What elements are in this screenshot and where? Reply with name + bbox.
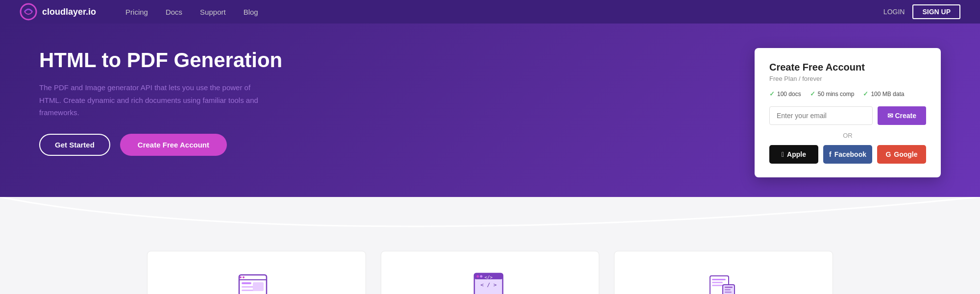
feature-card-rendering: High Fidelity Rendering Headless Chrome … <box>147 251 366 294</box>
create-button[interactable]: ✉ Create <box>878 106 926 125</box>
check-icon-1: ✓ <box>769 90 775 98</box>
google-label: Google <box>894 150 917 158</box>
features-grid: High Fidelity Rendering Headless Chrome … <box>147 251 833 294</box>
svg-rect-3 <box>242 282 251 284</box>
svg-point-0 <box>21 4 36 20</box>
svg-rect-6 <box>253 282 264 291</box>
header-actions: LOGIN SIGN UP <box>883 4 960 19</box>
card-features: ✓ 100 docs ✓ 50 mins comp ✓ 100 MB data <box>769 90 926 98</box>
svg-text:< / >: < / > <box>480 282 496 288</box>
feature-data-label: 100 MB data <box>871 91 904 98</box>
logo-icon <box>20 3 37 21</box>
logo-area: cloudlayer.io <box>20 3 96 21</box>
wave-svg <box>0 197 980 236</box>
svg-point-8 <box>243 276 245 278</box>
email-row: ✉ Create <box>769 106 926 125</box>
or-divider: OR <box>769 132 926 139</box>
svg-point-13 <box>476 275 479 278</box>
svg-rect-17 <box>712 282 723 283</box>
feature-docs-label: 100 docs <box>777 91 801 98</box>
svg-rect-21 <box>725 289 731 291</box>
check-icon-2: ✓ <box>810 90 815 98</box>
hero-section: HTML to PDF Generation The PDF and Image… <box>0 24 980 226</box>
hero-title: HTML to PDF Generation <box>39 48 333 73</box>
social-buttons:  Apple f Facebook G Google <box>769 145 926 164</box>
apple-icon:  <box>782 150 784 158</box>
feature-icon-html: </> < / > <box>396 271 585 294</box>
feature-comp: ✓ 50 mins comp <box>810 90 855 98</box>
apple-signup-button[interactable]:  Apple <box>769 145 818 164</box>
nav-pricing[interactable]: Pricing <box>125 8 148 16</box>
hero-subtitle: The PDF and Image generator API that let… <box>39 81 260 119</box>
nav-docs[interactable]: Docs <box>166 8 182 16</box>
facebook-label: Facebook <box>834 150 866 158</box>
google-icon: G <box>885 150 891 158</box>
feature-data: ✓ 100 MB data <box>863 90 904 98</box>
check-icon-3: ✓ <box>863 90 868 98</box>
card-subtitle: Free Plan / forever <box>769 75 926 82</box>
card-title: Create Free Account <box>769 62 926 73</box>
create-label: Create <box>895 112 916 120</box>
hero-content: HTML to PDF Generation The PDF and Image… <box>39 48 333 156</box>
feature-card-privacy: Privacy Focused Documents are not stored… <box>614 251 833 294</box>
create-free-button[interactable]: Create Free Account <box>120 134 227 156</box>
html-icon: </> < / > <box>470 271 510 294</box>
svg-text:</>: </> <box>485 275 493 280</box>
signup-card: Create Free Account Free Plan / forever … <box>755 48 941 177</box>
feature-icon-privacy <box>629 271 818 294</box>
header: cloudlayer.io Pricing Docs Support Blog … <box>0 0 980 24</box>
privacy-icon <box>704 271 743 294</box>
email-icon: ✉ <box>887 112 893 120</box>
feature-icon-rendering <box>162 271 351 294</box>
svg-rect-22 <box>725 292 732 293</box>
svg-rect-20 <box>725 287 733 288</box>
get-started-button[interactable]: Get Started <box>39 134 110 156</box>
svg-rect-16 <box>712 279 726 280</box>
svg-point-14 <box>480 275 482 278</box>
wave-divider <box>0 197 980 236</box>
feature-docs: ✓ 100 docs <box>769 90 801 98</box>
nav-support[interactable]: Support <box>200 8 226 16</box>
google-signup-button[interactable]: G Google <box>877 145 926 164</box>
signup-button[interactable]: SIGN UP <box>912 4 960 19</box>
brand-name: cloudlayer.io <box>42 7 96 17</box>
feature-card-html: </> < / > Full HTML Support! Complete HT… <box>381 251 600 294</box>
nav-links: Pricing Docs Support Blog <box>125 8 883 16</box>
features-section: High Fidelity Rendering Headless Chrome … <box>0 236 980 294</box>
facebook-signup-button[interactable]: f Facebook <box>823 145 872 164</box>
svg-point-7 <box>240 276 242 278</box>
login-button[interactable]: LOGIN <box>883 8 905 16</box>
hero-buttons: Get Started Create Free Account <box>39 134 333 156</box>
feature-comp-label: 50 mins comp <box>818 91 855 98</box>
email-input[interactable] <box>769 106 873 125</box>
facebook-icon: f <box>829 150 832 158</box>
rendering-icon <box>237 271 276 294</box>
apple-label: Apple <box>787 150 806 158</box>
hero-subtitle-text: The PDF and Image generator API that let… <box>39 83 258 117</box>
nav-blog[interactable]: Blog <box>244 8 258 16</box>
